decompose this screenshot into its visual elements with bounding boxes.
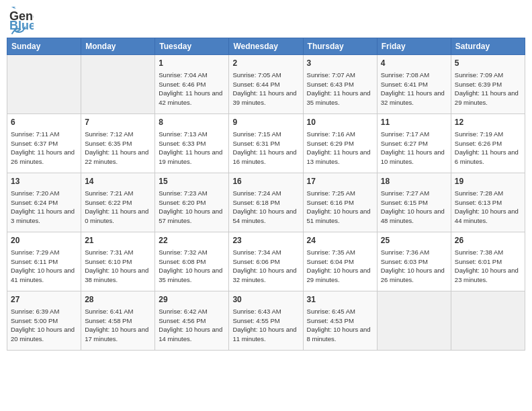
day-number: 6 bbox=[11, 117, 77, 128]
calendar-cell: 23Sunrise: 7:34 AM Sunset: 6:06 PM Dayli… bbox=[229, 232, 303, 291]
week-row-1: 1Sunrise: 7:04 AM Sunset: 6:46 PM Daylig… bbox=[7, 55, 525, 114]
day-number: 8 bbox=[159, 117, 225, 128]
calendar-cell: 5Sunrise: 7:09 AM Sunset: 6:39 PM Daylig… bbox=[451, 55, 525, 114]
day-number: 27 bbox=[11, 294, 77, 306]
day-info: Sunrise: 7:38 AM Sunset: 6:01 PM Dayligh… bbox=[455, 248, 521, 285]
day-number: 5 bbox=[455, 58, 521, 69]
day-info: Sunrise: 7:29 AM Sunset: 6:11 PM Dayligh… bbox=[11, 248, 77, 285]
day-info: Sunrise: 7:12 AM Sunset: 6:35 PM Dayligh… bbox=[85, 130, 151, 167]
day-number: 20 bbox=[11, 235, 77, 246]
weekday-wednesday: Wednesday bbox=[229, 38, 303, 55]
calendar-cell: 20Sunrise: 7:29 AM Sunset: 6:11 PM Dayli… bbox=[7, 232, 81, 291]
page-header: General Blue bbox=[7, 7, 525, 34]
calendar-cell bbox=[7, 55, 81, 114]
day-info: Sunrise: 7:34 AM Sunset: 6:06 PM Dayligh… bbox=[232, 248, 299, 285]
week-row-3: 13Sunrise: 7:20 AM Sunset: 6:24 PM Dayli… bbox=[7, 173, 525, 232]
day-info: Sunrise: 6:41 AM Sunset: 4:58 PM Dayligh… bbox=[85, 307, 151, 344]
weekday-friday: Friday bbox=[377, 38, 451, 55]
calendar-cell: 12Sunrise: 7:19 AM Sunset: 6:26 PM Dayli… bbox=[451, 114, 525, 173]
calendar-cell: 16Sunrise: 7:24 AM Sunset: 6:18 PM Dayli… bbox=[229, 173, 303, 232]
day-info: Sunrise: 7:08 AM Sunset: 6:41 PM Dayligh… bbox=[381, 71, 447, 107]
weekday-tuesday: Tuesday bbox=[155, 38, 229, 55]
day-info: Sunrise: 7:25 AM Sunset: 6:16 PM Dayligh… bbox=[307, 189, 373, 226]
calendar-cell: 30Sunrise: 6:43 AM Sunset: 4:55 PM Dayli… bbox=[229, 291, 303, 351]
calendar-cell bbox=[451, 291, 525, 351]
day-number: 26 bbox=[455, 235, 521, 246]
day-number: 14 bbox=[85, 176, 151, 187]
day-number: 22 bbox=[159, 235, 225, 246]
day-info: Sunrise: 7:04 AM Sunset: 6:46 PM Dayligh… bbox=[159, 71, 225, 107]
day-info: Sunrise: 6:39 AM Sunset: 5:00 PM Dayligh… bbox=[11, 307, 77, 344]
week-row-5: 27Sunrise: 6:39 AM Sunset: 5:00 PM Dayli… bbox=[7, 291, 525, 351]
day-info: Sunrise: 7:36 AM Sunset: 6:03 PM Dayligh… bbox=[381, 248, 447, 285]
day-number: 16 bbox=[232, 176, 299, 187]
calendar-cell: 31Sunrise: 6:45 AM Sunset: 4:53 PM Dayli… bbox=[303, 291, 377, 351]
calendar-cell: 27Sunrise: 6:39 AM Sunset: 5:00 PM Dayli… bbox=[7, 291, 81, 351]
day-number: 2 bbox=[232, 58, 299, 69]
day-info: Sunrise: 7:20 AM Sunset: 6:24 PM Dayligh… bbox=[11, 189, 77, 226]
day-number: 17 bbox=[307, 176, 373, 187]
day-info: Sunrise: 7:09 AM Sunset: 6:39 PM Dayligh… bbox=[455, 71, 521, 107]
day-info: Sunrise: 7:21 AM Sunset: 6:22 PM Dayligh… bbox=[85, 189, 151, 226]
week-row-4: 20Sunrise: 7:29 AM Sunset: 6:11 PM Dayli… bbox=[7, 232, 525, 291]
day-number: 31 bbox=[307, 294, 373, 306]
day-number: 25 bbox=[381, 235, 447, 246]
calendar-cell: 19Sunrise: 7:28 AM Sunset: 6:13 PM Dayli… bbox=[451, 173, 525, 232]
calendar-cell: 17Sunrise: 7:25 AM Sunset: 6:16 PM Dayli… bbox=[303, 173, 377, 232]
calendar-body: 1Sunrise: 7:04 AM Sunset: 6:46 PM Daylig… bbox=[7, 55, 525, 351]
day-info: Sunrise: 6:42 AM Sunset: 4:56 PM Dayligh… bbox=[159, 307, 225, 344]
calendar-cell: 6Sunrise: 7:11 AM Sunset: 6:37 PM Daylig… bbox=[7, 114, 81, 173]
day-number: 3 bbox=[307, 58, 373, 69]
day-number: 7 bbox=[85, 117, 151, 128]
day-number: 15 bbox=[159, 176, 225, 187]
logo: General Blue bbox=[9, 7, 34, 34]
weekday-monday: Monday bbox=[81, 38, 155, 55]
day-info: Sunrise: 7:07 AM Sunset: 6:43 PM Dayligh… bbox=[307, 71, 373, 107]
logo-bird-icon bbox=[11, 26, 26, 36]
day-number: 24 bbox=[307, 235, 373, 246]
calendar-cell: 26Sunrise: 7:38 AM Sunset: 6:01 PM Dayli… bbox=[451, 232, 525, 291]
calendar-cell: 3Sunrise: 7:07 AM Sunset: 6:43 PM Daylig… bbox=[303, 55, 377, 114]
calendar-cell: 1Sunrise: 7:04 AM Sunset: 6:46 PM Daylig… bbox=[155, 55, 229, 114]
calendar-cell: 4Sunrise: 7:08 AM Sunset: 6:41 PM Daylig… bbox=[377, 55, 451, 114]
day-number: 4 bbox=[381, 58, 447, 69]
day-number: 29 bbox=[159, 294, 225, 306]
calendar-cell: 9Sunrise: 7:15 AM Sunset: 6:31 PM Daylig… bbox=[229, 114, 303, 173]
day-info: Sunrise: 7:28 AM Sunset: 6:13 PM Dayligh… bbox=[455, 189, 521, 226]
day-info: Sunrise: 6:43 AM Sunset: 4:55 PM Dayligh… bbox=[232, 307, 299, 344]
calendar-cell: 13Sunrise: 7:20 AM Sunset: 6:24 PM Dayli… bbox=[7, 173, 81, 232]
week-row-2: 6Sunrise: 7:11 AM Sunset: 6:37 PM Daylig… bbox=[7, 114, 525, 173]
day-info: Sunrise: 7:27 AM Sunset: 6:15 PM Dayligh… bbox=[381, 189, 447, 226]
day-number: 1 bbox=[159, 58, 225, 69]
calendar-cell: 8Sunrise: 7:13 AM Sunset: 6:33 PM Daylig… bbox=[155, 114, 229, 173]
day-info: Sunrise: 7:32 AM Sunset: 6:08 PM Dayligh… bbox=[159, 248, 225, 285]
day-number: 12 bbox=[455, 117, 521, 128]
day-number: 19 bbox=[455, 176, 521, 187]
calendar-cell: 15Sunrise: 7:23 AM Sunset: 6:20 PM Dayli… bbox=[155, 173, 229, 232]
day-info: Sunrise: 7:17 AM Sunset: 6:27 PM Dayligh… bbox=[381, 130, 447, 167]
weekday-header-row: SundayMondayTuesdayWednesdayThursdayFrid… bbox=[7, 38, 525, 55]
day-number: 11 bbox=[381, 117, 447, 128]
calendar-table: SundayMondayTuesdayWednesdayThursdayFrid… bbox=[7, 38, 525, 351]
calendar-cell: 22Sunrise: 7:32 AM Sunset: 6:08 PM Dayli… bbox=[155, 232, 229, 291]
weekday-sunday: Sunday bbox=[7, 38, 81, 55]
calendar-cell bbox=[377, 291, 451, 351]
day-number: 10 bbox=[307, 117, 373, 128]
day-number: 28 bbox=[85, 294, 151, 306]
calendar-cell: 24Sunrise: 7:35 AM Sunset: 6:04 PM Dayli… bbox=[303, 232, 377, 291]
calendar-cell: 25Sunrise: 7:36 AM Sunset: 6:03 PM Dayli… bbox=[377, 232, 451, 291]
calendar-cell: 28Sunrise: 6:41 AM Sunset: 4:58 PM Dayli… bbox=[81, 291, 155, 351]
day-info: Sunrise: 7:31 AM Sunset: 6:10 PM Dayligh… bbox=[85, 248, 151, 285]
day-number: 13 bbox=[11, 176, 77, 187]
day-info: Sunrise: 6:45 AM Sunset: 4:53 PM Dayligh… bbox=[307, 307, 373, 344]
day-info: Sunrise: 7:23 AM Sunset: 6:20 PM Dayligh… bbox=[159, 189, 225, 226]
day-number: 21 bbox=[85, 235, 151, 246]
calendar-cell: 10Sunrise: 7:16 AM Sunset: 6:29 PM Dayli… bbox=[303, 114, 377, 173]
day-number: 30 bbox=[232, 294, 299, 306]
calendar-cell: 11Sunrise: 7:17 AM Sunset: 6:27 PM Dayli… bbox=[377, 114, 451, 173]
weekday-saturday: Saturday bbox=[451, 38, 525, 55]
day-info: Sunrise: 7:16 AM Sunset: 6:29 PM Dayligh… bbox=[307, 130, 373, 167]
calendar-cell: 18Sunrise: 7:27 AM Sunset: 6:15 PM Dayli… bbox=[377, 173, 451, 232]
day-number: 18 bbox=[381, 176, 447, 187]
day-info: Sunrise: 7:15 AM Sunset: 6:31 PM Dayligh… bbox=[232, 130, 299, 167]
